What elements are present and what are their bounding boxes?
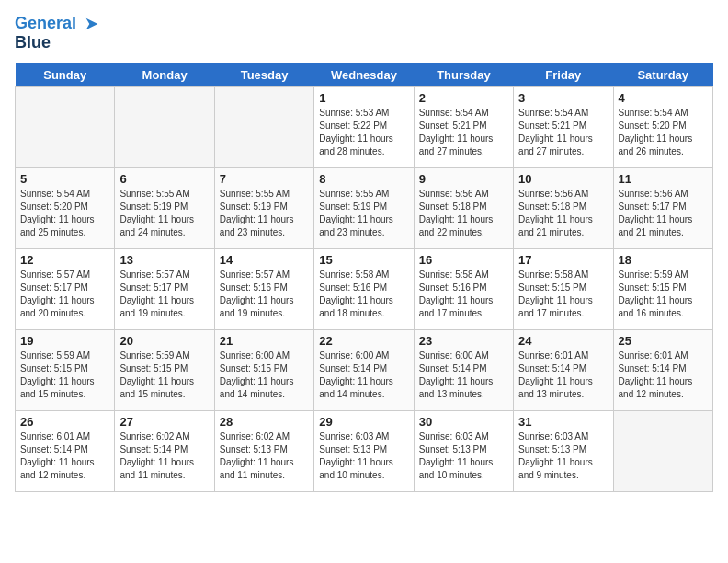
- day-cell-27: 27Sunrise: 6:02 AM Sunset: 5:14 PM Dayli…: [115, 411, 214, 492]
- day-number: 27: [119, 415, 209, 429]
- day-number: 3: [518, 91, 608, 105]
- day-info: Sunrise: 6:03 AM Sunset: 5:13 PM Dayligh…: [419, 431, 508, 482]
- day-number: 17: [518, 253, 608, 267]
- day-info: Sunrise: 6:02 AM Sunset: 5:14 PM Dayligh…: [119, 431, 209, 482]
- day-header-wednesday: Wednesday: [314, 63, 414, 87]
- day-header-thursday: Thursday: [414, 63, 513, 87]
- day-cell-10: 10Sunrise: 5:56 AM Sunset: 5:18 PM Dayli…: [514, 168, 613, 249]
- day-number: 24: [518, 334, 608, 348]
- day-header-saturday: Saturday: [613, 63, 712, 87]
- page-header: General Blue: [15, 15, 713, 52]
- day-cell-11: 11Sunrise: 5:56 AM Sunset: 5:17 PM Dayli…: [613, 168, 712, 249]
- day-number: 5: [20, 172, 109, 186]
- day-info: Sunrise: 5:56 AM Sunset: 5:18 PM Dayligh…: [518, 188, 608, 239]
- day-number: 12: [20, 253, 109, 267]
- day-number: 6: [119, 172, 209, 186]
- day-cell-19: 19Sunrise: 5:59 AM Sunset: 5:15 PM Dayli…: [16, 330, 115, 411]
- day-number: 10: [518, 172, 608, 186]
- day-info: Sunrise: 5:53 AM Sunset: 5:22 PM Dayligh…: [319, 107, 408, 158]
- day-info: Sunrise: 5:54 AM Sunset: 5:20 PM Dayligh…: [20, 188, 109, 239]
- day-info: Sunrise: 6:03 AM Sunset: 5:13 PM Dayligh…: [319, 431, 408, 482]
- day-info: Sunrise: 6:00 AM Sunset: 5:14 PM Dayligh…: [419, 350, 508, 401]
- day-info: Sunrise: 6:01 AM Sunset: 5:14 PM Dayligh…: [20, 431, 109, 482]
- day-cell-9: 9Sunrise: 5:56 AM Sunset: 5:18 PM Daylig…: [414, 168, 513, 249]
- day-cell-13: 13Sunrise: 5:57 AM Sunset: 5:17 PM Dayli…: [115, 249, 214, 330]
- day-info: Sunrise: 5:55 AM Sunset: 5:19 PM Dayligh…: [319, 188, 408, 239]
- empty-cell: [16, 87, 115, 168]
- day-number: 1: [319, 91, 408, 105]
- day-info: Sunrise: 6:00 AM Sunset: 5:14 PM Dayligh…: [319, 350, 408, 401]
- day-cell-16: 16Sunrise: 5:58 AM Sunset: 5:16 PM Dayli…: [414, 249, 513, 330]
- day-info: Sunrise: 6:01 AM Sunset: 5:14 PM Dayligh…: [619, 350, 708, 401]
- day-number: 9: [419, 172, 508, 186]
- day-number: 22: [319, 334, 408, 348]
- day-header-tuesday: Tuesday: [214, 63, 313, 87]
- day-number: 23: [419, 334, 508, 348]
- day-number: 16: [419, 253, 508, 267]
- logo-blue: Blue: [15, 33, 101, 52]
- day-number: 15: [319, 253, 408, 267]
- day-info: Sunrise: 5:59 AM Sunset: 5:15 PM Dayligh…: [20, 350, 109, 401]
- day-info: Sunrise: 5:58 AM Sunset: 5:16 PM Dayligh…: [419, 269, 508, 320]
- day-cell-8: 8Sunrise: 5:55 AM Sunset: 5:19 PM Daylig…: [314, 168, 414, 249]
- day-info: Sunrise: 5:56 AM Sunset: 5:18 PM Dayligh…: [419, 188, 508, 239]
- day-number: 13: [119, 253, 209, 267]
- day-header-friday: Friday: [514, 63, 613, 87]
- week-row-3: 12Sunrise: 5:57 AM Sunset: 5:17 PM Dayli…: [16, 249, 713, 330]
- empty-cell: [115, 87, 214, 168]
- day-info: Sunrise: 5:59 AM Sunset: 5:15 PM Dayligh…: [619, 269, 708, 320]
- day-header-monday: Monday: [115, 63, 214, 87]
- day-number: 11: [619, 172, 708, 186]
- day-cell-31: 31Sunrise: 6:03 AM Sunset: 5:13 PM Dayli…: [514, 411, 613, 492]
- day-info: Sunrise: 5:56 AM Sunset: 5:17 PM Dayligh…: [619, 188, 708, 239]
- empty-cell: [613, 411, 712, 492]
- day-number: 30: [419, 415, 508, 429]
- day-number: 26: [20, 415, 109, 429]
- day-number: 19: [20, 334, 109, 348]
- day-number: 7: [220, 172, 309, 186]
- week-row-5: 26Sunrise: 6:01 AM Sunset: 5:14 PM Dayli…: [16, 411, 713, 492]
- day-number: 21: [220, 334, 309, 348]
- day-info: Sunrise: 5:55 AM Sunset: 5:19 PM Dayligh…: [220, 188, 309, 239]
- day-info: Sunrise: 5:58 AM Sunset: 5:16 PM Dayligh…: [319, 269, 408, 320]
- day-cell-23: 23Sunrise: 6:00 AM Sunset: 5:14 PM Dayli…: [414, 330, 513, 411]
- day-cell-30: 30Sunrise: 6:03 AM Sunset: 5:13 PM Dayli…: [414, 411, 513, 492]
- day-number: 31: [518, 415, 608, 429]
- svg-marker-0: [86, 18, 98, 30]
- logo-icon: [83, 15, 101, 33]
- day-info: Sunrise: 5:57 AM Sunset: 5:17 PM Dayligh…: [119, 269, 209, 320]
- day-info: Sunrise: 6:01 AM Sunset: 5:14 PM Dayligh…: [518, 350, 608, 401]
- empty-cell: [214, 87, 313, 168]
- day-cell-21: 21Sunrise: 6:00 AM Sunset: 5:15 PM Dayli…: [214, 330, 313, 411]
- week-row-1: 1Sunrise: 5:53 AM Sunset: 5:22 PM Daylig…: [16, 87, 713, 168]
- day-header-sunday: Sunday: [16, 63, 115, 87]
- day-info: Sunrise: 5:54 AM Sunset: 5:21 PM Dayligh…: [419, 107, 508, 158]
- day-info: Sunrise: 5:54 AM Sunset: 5:21 PM Dayligh…: [518, 107, 608, 158]
- day-cell-17: 17Sunrise: 5:58 AM Sunset: 5:15 PM Dayli…: [514, 249, 613, 330]
- day-number: 29: [319, 415, 408, 429]
- day-number: 2: [419, 91, 508, 105]
- logo: General Blue: [15, 15, 101, 52]
- day-cell-15: 15Sunrise: 5:58 AM Sunset: 5:16 PM Dayli…: [314, 249, 414, 330]
- week-row-2: 5Sunrise: 5:54 AM Sunset: 5:20 PM Daylig…: [16, 168, 713, 249]
- day-info: Sunrise: 5:54 AM Sunset: 5:20 PM Dayligh…: [619, 107, 708, 158]
- day-cell-28: 28Sunrise: 6:02 AM Sunset: 5:13 PM Dayli…: [214, 411, 313, 492]
- day-number: 20: [119, 334, 209, 348]
- day-info: Sunrise: 5:55 AM Sunset: 5:19 PM Dayligh…: [119, 188, 209, 239]
- day-cell-2: 2Sunrise: 5:54 AM Sunset: 5:21 PM Daylig…: [414, 87, 513, 168]
- day-number: 8: [319, 172, 408, 186]
- day-cell-12: 12Sunrise: 5:57 AM Sunset: 5:17 PM Dayli…: [16, 249, 115, 330]
- day-number: 18: [619, 253, 708, 267]
- day-cell-25: 25Sunrise: 6:01 AM Sunset: 5:14 PM Dayli…: [613, 330, 712, 411]
- day-info: Sunrise: 5:57 AM Sunset: 5:16 PM Dayligh…: [220, 269, 309, 320]
- day-cell-14: 14Sunrise: 5:57 AM Sunset: 5:16 PM Dayli…: [214, 249, 313, 330]
- day-cell-7: 7Sunrise: 5:55 AM Sunset: 5:19 PM Daylig…: [214, 168, 313, 249]
- logo-text: General: [15, 15, 101, 33]
- day-info: Sunrise: 5:57 AM Sunset: 5:17 PM Dayligh…: [20, 269, 109, 320]
- day-cell-6: 6Sunrise: 5:55 AM Sunset: 5:19 PM Daylig…: [115, 168, 214, 249]
- day-cell-3: 3Sunrise: 5:54 AM Sunset: 5:21 PM Daylig…: [514, 87, 613, 168]
- day-number: 25: [619, 334, 708, 348]
- day-cell-26: 26Sunrise: 6:01 AM Sunset: 5:14 PM Dayli…: [16, 411, 115, 492]
- day-info: Sunrise: 5:58 AM Sunset: 5:15 PM Dayligh…: [518, 269, 608, 320]
- calendar-table: SundayMondayTuesdayWednesdayThursdayFrid…: [15, 63, 713, 492]
